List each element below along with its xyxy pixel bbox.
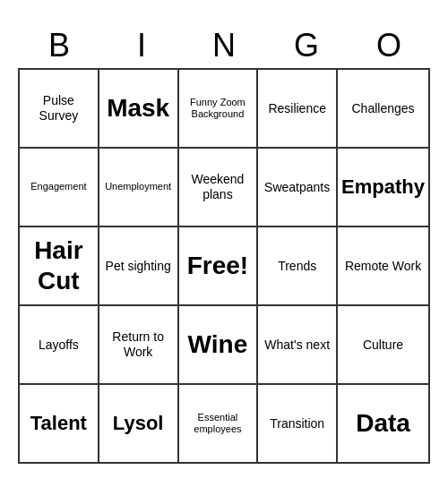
bingo-cell: Free! — [179, 227, 259, 306]
cell-text: Mask — [107, 93, 169, 124]
cell-text: Data — [356, 408, 410, 439]
bingo-cell: Engagement — [20, 149, 99, 227]
cell-text: Lysol — [113, 412, 164, 435]
bingo-cell: Layoffs — [20, 306, 99, 385]
cell-text: Free! — [187, 251, 248, 281]
cell-text: Return to Work — [103, 329, 174, 360]
bingo-cell: Weekend plans — [179, 149, 259, 227]
cell-text: Sweatpants — [264, 180, 330, 195]
bingo-cell: Sweatpants — [258, 149, 338, 227]
bingo-cell: Return to Work — [99, 306, 179, 385]
cell-text: Unemployment — [105, 181, 171, 192]
cell-text: Engagement — [30, 181, 86, 192]
cell-text: Transition — [270, 416, 324, 431]
cell-text: What's next — [264, 337, 330, 353]
bingo-cell: Empathy — [338, 149, 430, 227]
cell-text: Essential employees — [183, 412, 254, 435]
cell-text: Pet sighting — [106, 259, 171, 274]
cell-text: Culture — [363, 337, 403, 353]
bingo-cell: Resilience — [258, 70, 338, 149]
bingo-letter: G — [267, 27, 346, 64]
cell-text: Empathy — [341, 175, 425, 199]
cell-text: Pulse Survey — [23, 93, 94, 124]
bingo-cell: Remote Work — [338, 227, 430, 306]
bingo-cell: Funny Zoom Background — [179, 70, 259, 149]
bingo-letter: O — [349, 27, 428, 64]
cell-text: Talent — [30, 412, 87, 435]
bingo-cell: Data — [338, 385, 430, 464]
cell-text: Wine — [188, 329, 248, 360]
cell-text: Trends — [278, 259, 316, 274]
bingo-cell: Transition — [258, 385, 338, 464]
bingo-cell: Talent — [20, 385, 99, 464]
cell-text: Remote Work — [345, 259, 421, 274]
bingo-cell: What's next — [258, 306, 338, 385]
bingo-cell: Pet sighting — [99, 227, 179, 306]
cell-text: Resilience — [268, 101, 326, 116]
bingo-cell: Challenges — [338, 70, 430, 149]
cell-text: Challenges — [352, 101, 415, 116]
cell-text: Layoffs — [39, 337, 79, 353]
bingo-cell: Mask — [99, 70, 179, 149]
bingo-letter: I — [102, 27, 181, 64]
bingo-cell: Essential employees — [179, 385, 259, 464]
bingo-cell: Hair Cut — [20, 227, 99, 306]
bingo-cell: Wine — [179, 306, 259, 385]
bingo-grid: Pulse SurveyMaskFunny Zoom BackgroundRes… — [18, 68, 430, 464]
bingo-letter: N — [185, 27, 263, 64]
bingo-cell: Lysol — [99, 385, 179, 464]
bingo-card: BINGO Pulse SurveyMaskFunny Zoom Backgro… — [18, 23, 430, 464]
bingo-letter: B — [20, 27, 99, 64]
bingo-cell: Trends — [258, 227, 338, 306]
bingo-cell: Unemployment — [99, 149, 179, 227]
bingo-cell: Pulse Survey — [20, 70, 99, 149]
cell-text: Funny Zoom Background — [183, 97, 254, 120]
bingo-cell: Culture — [338, 306, 430, 385]
cell-text: Weekend plans — [183, 172, 254, 202]
cell-text: Hair Cut — [23, 235, 94, 295]
